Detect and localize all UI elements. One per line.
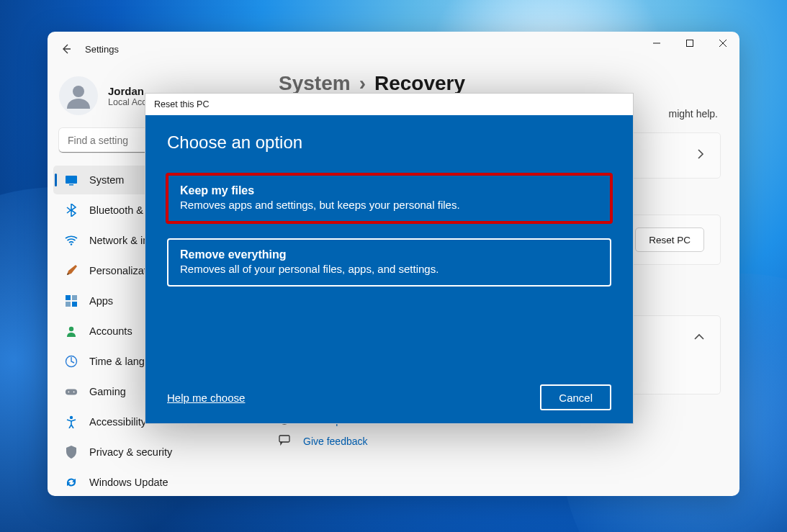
minimize-icon [653, 40, 660, 47]
globe-clock-icon [65, 355, 78, 368]
option-title: Keep my files [180, 184, 598, 197]
breadcrumb-current: Recovery [374, 72, 465, 95]
svg-rect-2 [66, 176, 77, 184]
svg-rect-11 [66, 389, 77, 395]
feedback-icon [279, 434, 292, 448]
dialog-title: Reset this PC [145, 94, 633, 115]
sidebar-item-label: Accessibility [89, 416, 146, 428]
option-desc: Removes all of your personal files, apps… [180, 263, 598, 275]
sidebar-item-label: Windows Update [89, 477, 168, 488]
svg-point-12 [68, 392, 70, 393]
display-icon [65, 173, 78, 186]
breadcrumb-sep: › [359, 72, 366, 95]
person-icon [65, 325, 78, 338]
option-remove-everything[interactable]: Remove everything Removes all of your pe… [167, 238, 611, 287]
breadcrumb: System › Recovery [279, 72, 721, 95]
close-button[interactable] [706, 32, 739, 55]
arrow-left-icon [60, 43, 72, 55]
maximize-button[interactable] [673, 32, 706, 55]
breadcrumb-parent[interactable]: System [279, 72, 351, 95]
person-icon [64, 81, 93, 110]
svg-rect-0 [687, 40, 693, 47]
chevron-right-icon [697, 149, 704, 162]
window-controls [640, 32, 739, 55]
apps-icon [65, 294, 78, 307]
help-me-choose-link[interactable]: Help me choose [167, 392, 245, 404]
sidebar-item-label: Accounts [89, 325, 132, 337]
minimize-button[interactable] [640, 32, 673, 55]
sidebar-item-label: System [89, 174, 124, 186]
svg-point-1 [73, 86, 84, 97]
update-icon [65, 476, 78, 489]
paintbrush-icon [65, 264, 78, 277]
window-title: Settings [85, 44, 119, 55]
cancel-button[interactable]: Cancel [540, 384, 611, 410]
maximize-icon [686, 40, 693, 47]
svg-rect-3 [69, 184, 73, 186]
bluetooth-icon [65, 204, 78, 217]
sidebar-item-update[interactable]: Windows Update [53, 468, 254, 496]
dialog-heading: Choose an option [167, 132, 611, 153]
svg-rect-8 [72, 302, 77, 307]
chevron-up-icon[interactable] [694, 330, 704, 343]
svg-rect-7 [66, 302, 71, 307]
back-button[interactable] [52, 35, 81, 63]
titlebar: Settings [48, 32, 739, 66]
option-title: Remove everything [180, 248, 598, 261]
option-keep-my-files[interactable]: Keep my files Removes apps and settings,… [166, 173, 613, 224]
dialog-body: Choose an option Keep my files Removes a… [145, 115, 633, 423]
desktop-wallpaper: Settings [0, 0, 787, 532]
sidebar-item-label: Privacy & security [89, 446, 172, 458]
accessibility-icon [65, 415, 78, 428]
shield-icon [65, 446, 78, 459]
feedback-link[interactable]: Give feedback [279, 434, 721, 448]
svg-rect-6 [72, 295, 77, 300]
svg-rect-16 [279, 436, 289, 442]
wifi-icon [65, 234, 78, 247]
sidebar-item-privacy[interactable]: Privacy & security [53, 438, 254, 466]
avatar [59, 76, 98, 115]
svg-point-9 [69, 327, 73, 331]
sidebar-item-label: Gaming [89, 386, 126, 397]
sidebar-item-label: Apps [89, 295, 113, 307]
reset-pc-dialog: Reset this PC Choose an option Keep my f… [145, 93, 634, 424]
reset-pc-button[interactable]: Reset PC [635, 227, 704, 252]
close-icon [719, 40, 727, 47]
svg-point-14 [70, 416, 73, 419]
svg-rect-5 [66, 295, 71, 300]
feedback-link-label: Give feedback [303, 436, 368, 447]
svg-point-13 [73, 392, 75, 393]
svg-point-4 [71, 243, 73, 245]
gamepad-icon [65, 385, 78, 398]
option-desc: Removes apps and settings, but keeps you… [180, 199, 598, 211]
